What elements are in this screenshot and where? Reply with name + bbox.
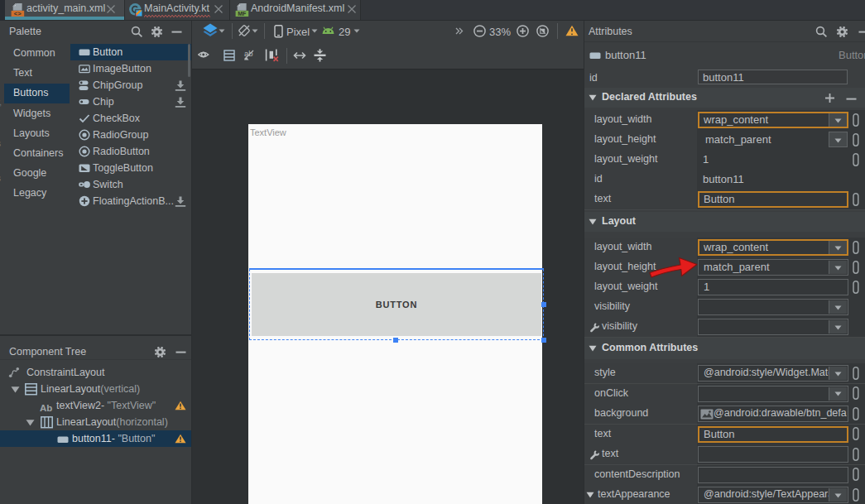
svg-text:<>: <> xyxy=(14,10,22,17)
svg-text:MF: MF xyxy=(238,11,247,17)
svg-text:ab: ab xyxy=(244,49,253,58)
